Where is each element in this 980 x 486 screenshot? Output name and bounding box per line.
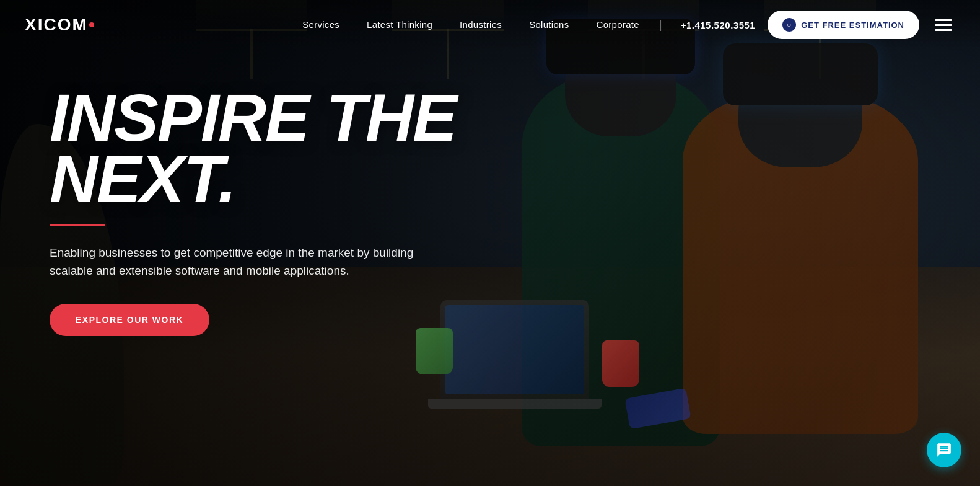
nav-links: Services Latest Thinking Industries Solu… (289, 19, 653, 30)
chat-button[interactable] (927, 433, 961, 467)
nav-item-latest-thinking[interactable]: Latest Thinking (353, 19, 446, 30)
hamburger-line-3 (935, 29, 952, 31)
hero-divider (50, 224, 105, 226)
nav-item-services[interactable]: Services (289, 19, 353, 30)
hero-section: XICOM Services Latest Thinking Industrie… (0, 0, 980, 486)
hamburger-line-1 (935, 19, 952, 21)
hero-subtitle: Enabling businesses to get competitive e… (50, 244, 456, 280)
estimate-button[interactable]: GET FREE ESTIMATION (768, 11, 919, 39)
laptop-base (428, 399, 602, 409)
estimate-circle-icon (782, 18, 796, 32)
nav-link-industries[interactable]: Industries (446, 13, 515, 36)
logo[interactable]: XICOM (25, 15, 94, 35)
nav-link-solutions[interactable]: Solutions (515, 13, 582, 36)
hamburger-menu[interactable] (932, 16, 955, 34)
nav-link-latest-thinking[interactable]: Latest Thinking (353, 13, 446, 36)
nav-link-corporate[interactable]: Corporate (583, 13, 653, 36)
nav-item-industries[interactable]: Industries (446, 19, 515, 30)
nav-divider: | (659, 19, 662, 32)
laptop-screen (445, 305, 584, 394)
estimate-label: GET FREE ESTIMATION (801, 20, 904, 30)
hero-title: INSPIRE THE NEXT. (50, 87, 456, 210)
chat-icon (936, 442, 952, 458)
laptop (440, 300, 589, 399)
nav-link-services[interactable]: Services (289, 13, 353, 36)
logo-dot (89, 22, 94, 27)
navbar: XICOM Services Latest Thinking Industrie… (0, 0, 980, 50)
hero-title-line2: NEXT. (50, 141, 235, 216)
nav-item-corporate[interactable]: Corporate (583, 19, 653, 30)
nav-phone[interactable]: +1.415.520.3551 (681, 20, 756, 30)
logo-text: XICOM (25, 15, 88, 35)
explore-work-button[interactable]: EXPLORE OUR WORK (50, 304, 209, 336)
hero-content: INSPIRE THE NEXT. Enabling businesses to… (50, 87, 456, 336)
nav-item-solutions[interactable]: Solutions (515, 19, 582, 30)
phone-device (624, 388, 691, 430)
hamburger-line-2 (935, 24, 952, 26)
red-mug (602, 340, 639, 387)
